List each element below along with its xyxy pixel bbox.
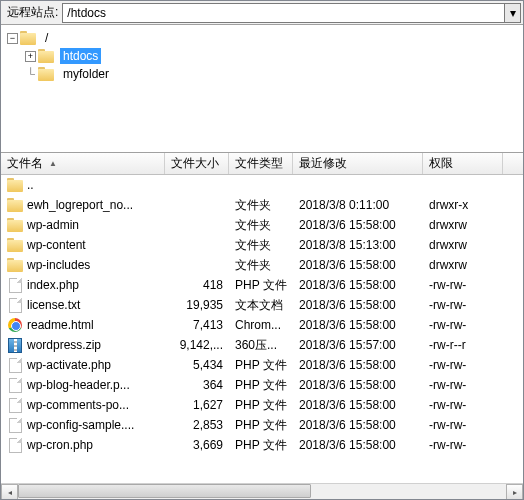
- cell-permissions: -rw-rw-: [423, 398, 503, 412]
- cell-permissions: -rw-rw-: [423, 438, 503, 452]
- zip-icon: [7, 337, 23, 353]
- chrome-icon: [7, 317, 23, 333]
- table-row[interactable]: wp-admin文件夹2018/3/6 15:58:00drwxrw: [1, 215, 523, 235]
- cell-modified: 2018/3/6 15:58:00: [293, 298, 423, 312]
- cell-size: 364: [165, 378, 229, 392]
- file-icon: [7, 417, 23, 433]
- cell-permissions: drwxrw: [423, 258, 503, 272]
- cell-modified: 2018/3/6 15:58:00: [293, 278, 423, 292]
- cell-permissions: -rw-rw-: [423, 298, 503, 312]
- cell-modified: 2018/3/6 15:58:00: [293, 438, 423, 452]
- file-icon: [7, 397, 23, 413]
- cell-modified: 2018/3/6 15:58:00: [293, 258, 423, 272]
- cell-permissions: -rw-rw-: [423, 358, 503, 372]
- scroll-left-button[interactable]: ◂: [1, 484, 18, 500]
- header-modified[interactable]: 最近修改: [293, 153, 423, 174]
- table-row[interactable]: ewh_logreport_no...文件夹2018/3/8 0:11:00dr…: [1, 195, 523, 215]
- cell-size: 1,627: [165, 398, 229, 412]
- cell-type: PHP 文件: [229, 437, 293, 454]
- cell-name: wp-admin: [1, 217, 165, 233]
- table-row[interactable]: wordpress.zip9,142,...360压...2018/3/6 15…: [1, 335, 523, 355]
- cell-name: wp-activate.php: [1, 357, 165, 373]
- cell-name: wp-blog-header.p...: [1, 377, 165, 393]
- cell-permissions: -rw-rw-: [423, 418, 503, 432]
- remote-site-label: 远程站点:: [1, 4, 62, 21]
- cell-type: PHP 文件: [229, 417, 293, 434]
- cell-modified: 2018/3/8 15:13:00: [293, 238, 423, 252]
- address-bar: 远程站点: ▾: [1, 1, 523, 25]
- collapse-toggle[interactable]: −: [7, 33, 18, 44]
- scroll-right-button[interactable]: ▸: [506, 484, 523, 500]
- horizontal-scrollbar: ◂ ▸: [1, 483, 523, 500]
- file-icon: [7, 297, 23, 313]
- cell-permissions: drwxrw: [423, 238, 503, 252]
- cell-name: ewh_logreport_no...: [1, 197, 165, 213]
- cell-permissions: -rw-rw-: [423, 318, 503, 332]
- expand-toggle[interactable]: +: [25, 51, 36, 62]
- cell-name: index.php: [1, 277, 165, 293]
- cell-size: 7,413: [165, 318, 229, 332]
- cell-modified: 2018/3/6 15:57:00: [293, 338, 423, 352]
- cell-type: 360压...: [229, 337, 293, 354]
- file-icon: [7, 357, 23, 373]
- file-list[interactable]: ..ewh_logreport_no...文件夹2018/3/8 0:11:00…: [1, 175, 523, 483]
- sort-asc-icon: ▲: [49, 159, 57, 168]
- cell-modified: 2018/3/6 15:58:00: [293, 418, 423, 432]
- cell-name: wp-content: [1, 237, 165, 253]
- column-headers: 文件名▲ 文件大小 文件类型 最近修改 权限: [1, 153, 523, 175]
- cell-modified: 2018/3/6 15:58:00: [293, 398, 423, 412]
- cell-type: PHP 文件: [229, 397, 293, 414]
- cell-type: PHP 文件: [229, 357, 293, 374]
- folder-icon: [38, 48, 54, 64]
- cell-permissions: drwxr-x: [423, 198, 503, 212]
- table-row[interactable]: ..: [1, 175, 523, 195]
- cell-permissions: -rw-rw-: [423, 378, 503, 392]
- scroll-thumb[interactable]: [18, 484, 311, 498]
- cell-size: 5,434: [165, 358, 229, 372]
- cell-name: license.txt: [1, 297, 165, 313]
- cell-name: wp-comments-po...: [1, 397, 165, 413]
- tree-root-row[interactable]: − /: [7, 29, 523, 47]
- cell-permissions: -rw-r--r: [423, 338, 503, 352]
- cell-modified: 2018/3/6 15:58:00: [293, 358, 423, 372]
- cell-size: 3,669: [165, 438, 229, 452]
- tree-item[interactable]: └ myfolder: [7, 65, 523, 83]
- table-row[interactable]: wp-config-sample....2,853PHP 文件2018/3/6 …: [1, 415, 523, 435]
- directory-tree[interactable]: − / + htdocs └ myfolder: [1, 25, 523, 153]
- folder-icon: [7, 177, 23, 193]
- cell-name: ..: [1, 177, 165, 193]
- table-row[interactable]: wp-blog-header.p...364PHP 文件2018/3/6 15:…: [1, 375, 523, 395]
- file-icon: [7, 437, 23, 453]
- file-icon: [7, 277, 23, 293]
- cell-permissions: -rw-rw-: [423, 278, 503, 292]
- header-name[interactable]: 文件名▲: [1, 153, 165, 174]
- header-size[interactable]: 文件大小: [165, 153, 229, 174]
- cell-type: 文件夹: [229, 217, 293, 234]
- cell-size: 19,935: [165, 298, 229, 312]
- tree-root-label: /: [42, 30, 51, 46]
- cell-name: wp-includes: [1, 257, 165, 273]
- table-row[interactable]: license.txt19,935文本文档2018/3/6 15:58:00-r…: [1, 295, 523, 315]
- table-row[interactable]: wp-content文件夹2018/3/8 15:13:00drwxrw: [1, 235, 523, 255]
- table-row[interactable]: wp-includes文件夹2018/3/6 15:58:00drwxrw: [1, 255, 523, 275]
- cell-type: Chrom...: [229, 318, 293, 332]
- scroll-track[interactable]: [18, 484, 506, 500]
- cell-modified: 2018/3/8 0:11:00: [293, 198, 423, 212]
- cell-type: 文件夹: [229, 257, 293, 274]
- cell-modified: 2018/3/6 15:58:00: [293, 378, 423, 392]
- cell-type: PHP 文件: [229, 377, 293, 394]
- table-row[interactable]: wp-cron.php3,669PHP 文件2018/3/6 15:58:00-…: [1, 435, 523, 455]
- header-type[interactable]: 文件类型: [229, 153, 293, 174]
- folder-icon: [7, 257, 23, 273]
- chevron-down-icon: ▾: [510, 6, 516, 20]
- path-dropdown-button[interactable]: ▾: [505, 3, 521, 23]
- path-input[interactable]: [62, 3, 505, 23]
- header-permissions[interactable]: 权限: [423, 153, 503, 174]
- table-row[interactable]: readme.html7,413Chrom...2018/3/6 15:58:0…: [1, 315, 523, 335]
- table-row[interactable]: wp-comments-po...1,627PHP 文件2018/3/6 15:…: [1, 395, 523, 415]
- cell-type: PHP 文件: [229, 277, 293, 294]
- table-row[interactable]: index.php418PHP 文件2018/3/6 15:58:00-rw-r…: [1, 275, 523, 295]
- cell-type: 文本文档: [229, 297, 293, 314]
- table-row[interactable]: wp-activate.php5,434PHP 文件2018/3/6 15:58…: [1, 355, 523, 375]
- tree-item[interactable]: + htdocs: [7, 47, 523, 65]
